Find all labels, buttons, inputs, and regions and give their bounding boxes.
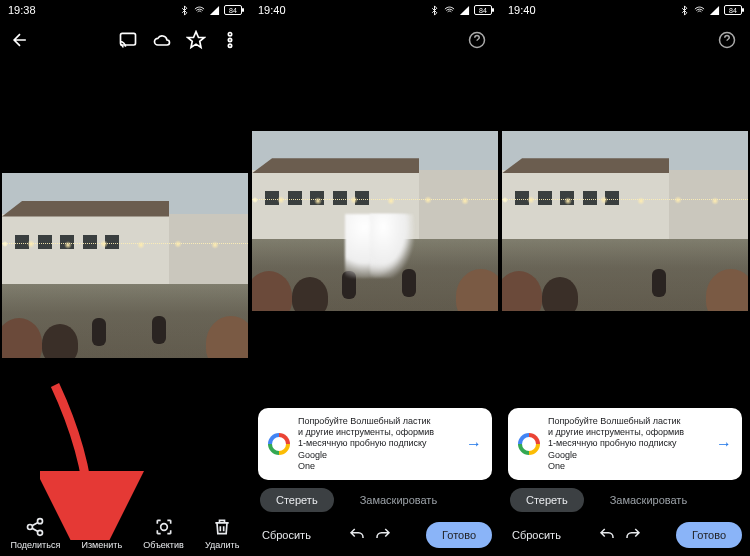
status-time: 19:40 — [508, 4, 679, 16]
more-button[interactable] — [220, 30, 240, 50]
svg-point-1 — [228, 33, 231, 36]
google-one-promo[interactable]: Попробуйте Волшебный ластик и другие инс… — [508, 408, 742, 480]
erase-chip[interactable]: Стереть — [510, 488, 584, 512]
editor-bar: Сбросить Готово — [250, 518, 500, 556]
status-indicators: 84 — [679, 5, 742, 16]
status-bar: 19:40 84 — [500, 0, 750, 20]
photo — [2, 173, 248, 358]
cast-button[interactable] — [118, 30, 138, 50]
undo-button[interactable] — [598, 526, 616, 544]
arrow-right-icon: → — [466, 434, 482, 454]
editor-pane-result: 19:40 84 Попробу — [500, 0, 750, 556]
undo-icon — [348, 526, 366, 544]
battery-indicator: 84 — [224, 5, 242, 15]
erase-mask-overlay — [370, 214, 414, 279]
status-bar: 19:38 84 — [0, 0, 250, 20]
edit-button[interactable]: Изменить — [82, 517, 123, 550]
delete-label: Удалить — [205, 540, 239, 550]
help-button[interactable] — [718, 31, 736, 49]
wifi-icon — [194, 5, 205, 16]
svg-point-5 — [28, 525, 33, 530]
status-time: 19:40 — [258, 4, 429, 16]
delete-button[interactable]: Удалить — [205, 517, 239, 550]
svg-point-8 — [96, 530, 99, 533]
share-button[interactable]: Поделиться — [11, 517, 61, 550]
cloud-button[interactable] — [152, 30, 172, 50]
lens-label: Объектив — [143, 540, 183, 550]
done-button[interactable]: Готово — [676, 522, 742, 548]
help-icon — [718, 31, 736, 49]
svg-point-9 — [160, 524, 167, 531]
cast-icon — [118, 30, 138, 50]
wifi-icon — [444, 5, 455, 16]
status-indicators: 84 — [429, 5, 492, 16]
cloud-icon — [152, 30, 172, 50]
edit-icon — [92, 517, 112, 537]
photo — [502, 131, 748, 311]
erase-chip[interactable]: Стереть — [260, 488, 334, 512]
help-button[interactable] — [468, 31, 486, 49]
undo-icon — [598, 526, 616, 544]
lens-icon — [154, 517, 174, 537]
favorite-button[interactable] — [186, 30, 206, 50]
tool-chips: Стереть Замаскировать — [500, 486, 750, 518]
editor-bar: Сбросить Готово — [500, 518, 750, 556]
undo-button[interactable] — [348, 526, 366, 544]
more-vert-icon — [220, 30, 240, 50]
status-time: 19:38 — [8, 4, 179, 16]
top-toolbar — [0, 20, 250, 60]
promo-text: Попробуйте Волшебный ластик и другие инс… — [548, 416, 708, 472]
google-one-icon — [518, 433, 540, 455]
status-bar: 19:40 84 — [250, 0, 500, 20]
photo-viewport[interactable] — [0, 60, 250, 511]
bluetooth-icon — [429, 5, 440, 16]
redo-button[interactable] — [624, 526, 642, 544]
lens-button[interactable]: Объектив — [143, 517, 183, 550]
google-one-promo[interactable]: Попробуйте Волшебный ластик и другие инс… — [258, 408, 492, 480]
edit-label: Изменить — [82, 540, 123, 550]
share-icon — [25, 517, 45, 537]
tool-chips: Стереть Замаскировать — [250, 486, 500, 518]
battery-indicator: 84 — [724, 5, 742, 15]
arrow-right-icon: → — [716, 434, 732, 454]
bottom-nav: Поделиться Изменить Объектив Удалить — [0, 511, 250, 556]
reset-button[interactable]: Сбросить — [508, 523, 565, 547]
svg-point-4 — [38, 519, 43, 524]
photo-viewport[interactable] — [250, 60, 500, 402]
signal-icon — [709, 5, 720, 16]
star-icon — [186, 30, 206, 50]
help-icon — [468, 31, 486, 49]
signal-icon — [459, 5, 470, 16]
svg-point-2 — [228, 38, 231, 41]
wifi-icon — [694, 5, 705, 16]
svg-point-7 — [104, 520, 107, 523]
mask-chip[interactable]: Замаскировать — [594, 488, 704, 512]
editor-pane-masked: 19:40 84 — [250, 0, 500, 556]
svg-point-3 — [228, 44, 231, 47]
photo — [252, 131, 498, 311]
done-button[interactable]: Готово — [426, 522, 492, 548]
battery-indicator: 84 — [474, 5, 492, 15]
trash-icon — [212, 517, 232, 537]
help-row — [500, 20, 750, 60]
photo-viewport[interactable] — [500, 60, 750, 402]
signal-icon — [209, 5, 220, 16]
bluetooth-icon — [179, 5, 190, 16]
share-label: Поделиться — [11, 540, 61, 550]
viewer-pane: 19:38 84 — [0, 0, 250, 556]
arrow-left-icon — [10, 30, 30, 50]
google-one-icon — [268, 433, 290, 455]
back-button[interactable] — [10, 30, 30, 50]
redo-button[interactable] — [374, 526, 392, 544]
bluetooth-icon — [679, 5, 690, 16]
help-row — [250, 20, 500, 60]
reset-button[interactable]: Сбросить — [258, 523, 315, 547]
svg-point-6 — [38, 530, 43, 535]
redo-icon — [624, 526, 642, 544]
mask-chip[interactable]: Замаскировать — [344, 488, 454, 512]
status-indicators: 84 — [179, 5, 242, 16]
promo-text: Попробуйте Волшебный ластик и другие инс… — [298, 416, 458, 472]
redo-icon — [374, 526, 392, 544]
